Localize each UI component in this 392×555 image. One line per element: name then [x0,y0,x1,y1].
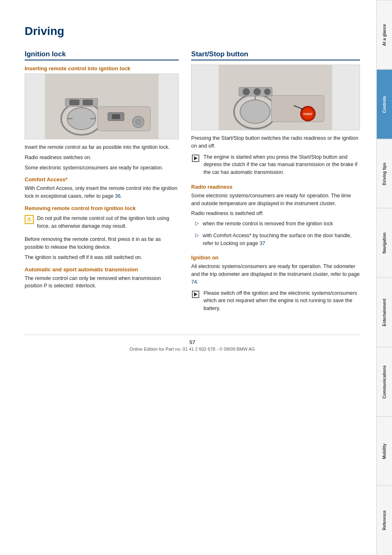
auto-trans-title: Automatic and sport automatic transmissi… [25,266,179,273]
ignition-text1: All electronic systems/consumers are rea… [191,263,360,286]
svg-point-27 [264,88,271,95]
inserting-text3: Some electronic systems/consumers are re… [25,164,179,172]
inserting-text2: Radio readiness switches on. [25,154,179,162]
sidebar: At a glance Controls Driving tips Naviga… [376,0,392,555]
ignition-note: Please switch off the ignition and the e… [203,289,360,312]
footer-text: Online Edition for Part no. 01 41 2 602 … [129,347,255,352]
bullet-item-2: ▷ with Comfort Access* by touching the s… [191,232,360,250]
right-column: Start/Stop button START [191,50,360,318]
two-column-layout: Ignition lock Inserting remote control i… [25,50,360,318]
svg-marker-29 [194,156,198,160]
removing-text2: The ignition is switched off if it was s… [25,254,179,261]
svg-rect-8 [112,114,120,119]
radio-text2: Radio readiness is switched off: [191,210,360,217]
removing-title: Removing remote control from ignition lo… [25,205,179,211]
start-stop-intro: Pressing the Start/Stop button switches … [191,134,360,150]
svg-rect-18 [272,95,324,122]
left-column: Ignition lock Inserting remote control i… [25,50,179,318]
warning-box: ⚠ Do not pull the remote control out of … [25,215,179,233]
svg-point-25 [243,88,250,95]
note1-text: The engine is started when you press the… [203,153,360,176]
start-stop-image: START [191,65,360,130]
removing-text1: Before removing the remote control, firs… [25,236,179,251]
svg-point-26 [254,88,261,95]
radio-text1: Some electronic systems/consumers are re… [191,192,360,208]
start-stop-title: Start/Stop button [191,50,360,60]
bullet-arrow-2: ▷ [195,232,200,250]
bullet-arrow-1: ▷ [195,220,200,230]
warning-icon: ⚠ [25,215,34,224]
svg-rect-12 [69,99,80,105]
svg-rect-13 [83,99,93,105]
note-box-1: The engine is started when you press the… [191,153,360,179]
ignition-link[interactable]: 74 [191,279,197,285]
removing-warning: Do not pull the remote control out of th… [37,215,179,230]
ignition-lock-title: Ignition lock [25,50,179,60]
page-number: 57 [25,339,360,345]
sidebar-tab-navigation[interactable]: Navigation [377,208,392,278]
comfort-access-title: Comfort Access* [25,176,179,183]
play-icon-2 [191,290,200,299]
sidebar-tab-reference[interactable]: Reference [377,486,392,555]
sidebar-tab-at-a-glance[interactable]: At a glance [377,0,392,69]
svg-point-16 [240,100,270,123]
note-box-2: Please switch off the ignition and the e… [191,289,360,315]
sidebar-tab-mobility[interactable]: Mobility [377,416,392,486]
svg-text:START: START [303,113,313,116]
comfort-access-link[interactable]: 36 [115,193,121,199]
sidebar-tab-controls[interactable]: Controls [377,69,392,139]
bullet2-text: with Comfort Access* by touching the sur… [203,232,360,247]
comfort-access-text: With Comfort Access, only insert the rem… [25,185,179,200]
page-title: Driving [25,25,360,38]
main-content: Driving Ignition lock Inserting remote c… [0,0,376,555]
inserting-subtitle: Inserting remote control into ignition l… [25,65,179,72]
sidebar-tab-entertainment[interactable]: Entertainment [377,278,392,347]
ignition-on-title: Ignition on [191,254,360,261]
bullet-item-1: ▷ when the remote control is removed fro… [191,220,360,230]
bullet1-text: when the remote control is removed from … [203,220,333,228]
radio-readiness-title: Radio readiness [191,184,360,190]
play-icon [191,154,200,163]
inserting-text1: Insert the remote control as far as poss… [25,143,179,151]
svg-marker-31 [194,292,198,296]
sidebar-tab-communications[interactable]: Communications [377,347,392,416]
page-footer: 57 Online Edition for Part no. 01 41 2 6… [25,335,360,352]
auto-trans-text: The remote control can only be removed w… [25,275,179,290]
svg-point-10 [135,118,142,126]
ignition-lock-image [25,74,179,139]
sidebar-tab-driving-tips[interactable]: Driving tips [377,139,392,208]
bullet2-link[interactable]: 37 [260,240,265,246]
